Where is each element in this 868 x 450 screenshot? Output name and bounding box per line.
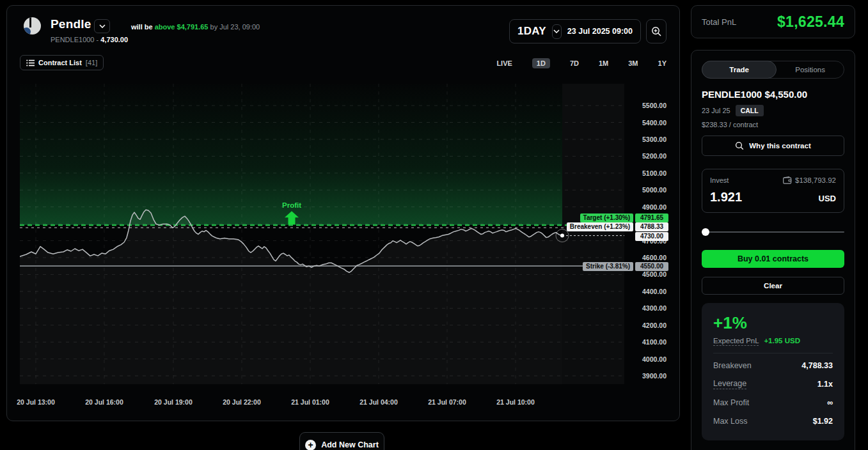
total-pnl-card: Total PnL $1,625.44 [691,5,855,38]
range-tab-7d[interactable]: 7D [570,58,579,68]
expiry-datetime: 23 Jul 2025 09:00 [567,27,633,36]
chevron-down-icon [553,29,560,33]
x-axis-tick: 20 Jul 16:00 [75,398,133,406]
prediction-statement: will be above $4,791.65 by Jul 23, 09:00 [131,23,260,31]
asset-dropdown-button[interactable] [94,19,110,33]
y-axis-tick: 4100.00 [622,338,667,346]
magnifier-plus-icon [651,26,662,37]
stat-row-max-loss: Max Loss$1.92 [713,412,833,430]
stat-row-max-profit: Max Profit∞ [713,393,833,412]
price-label-value: 4730.00 [635,232,668,241]
x-axis-tick: 20 Jul 19:00 [145,398,202,406]
why-this-contract-button[interactable]: Why this contract [702,136,844,156]
invest-currency: USD [819,194,836,203]
y-axis-tick: 4200.00 [622,322,667,329]
prediction-deadline: by Jul 23, 09:00 [210,23,260,31]
trade-card: Trade Positions PENDLE1000 $4,550.00 23 … [691,50,855,450]
contract-count: [41] [86,59,97,66]
asset-logo-dot [24,27,31,35]
asset-logo-slice [29,17,31,27]
buy-button[interactable]: Buy 0.01 contracts [702,250,844,268]
price-label-value: 4788.33 [635,222,668,231]
slider-knob[interactable] [702,228,709,236]
y-axis-tick: 5400.00 [622,119,667,127]
list-icon [26,59,35,66]
y-axis-tick: 4600.00 [622,254,667,261]
stat-rows: Breakeven4,788.33Leverage1.1xMax Profit∞… [713,356,833,430]
price-label-value: 4550.00 [635,262,668,271]
trade-positions-tabs: Trade Positions [702,61,844,79]
contract-premium: $238.33 / contract [702,121,844,128]
asset-name: Pendle [51,17,91,31]
total-pnl-value: $1,625.44 [777,13,844,31]
add-new-chart-button[interactable]: + Add New Chart [299,432,384,450]
stat-row-breakeven: Breakeven4,788.33 [713,356,833,375]
price-label-name: Breakeven (+1.23%) [567,222,633,231]
contract-title: PENDLE1000 $4,550.00 [702,89,844,100]
profit-label: Profit [272,201,311,209]
price-label-row: Strike (-3.81%)4550.00 [583,262,668,271]
x-axis-tick: 21 Jul 01:00 [281,398,339,406]
price-label-row: Breakeven (+1.23%)4788.33 [567,222,668,231]
y-axis-tick: 5000.00 [622,186,667,194]
chart-zoom-button[interactable] [646,19,667,43]
price-label-value: 4791.65 [635,213,668,222]
invest-box[interactable]: Invest $138,793.92 1.921 USD [702,169,844,213]
range-tab-3m[interactable]: 3M [628,58,638,68]
tab-positions[interactable]: Positions [777,61,844,78]
asset-current-price: 4,730.00 [100,36,128,43]
profit-arrow-icon [285,211,299,224]
asset-subtitle: PENDLE1000 - 4,730.00 [51,36,128,43]
invest-amount-input[interactable]: 1.921 [710,190,742,205]
x-axis-tick: 21 Jul 07:00 [418,398,476,406]
y-axis-tick: 4900.00 [622,203,667,211]
x-axis-tick: 20 Jul 22:00 [213,398,271,406]
x-axis-tick: 21 Jul 04:00 [350,398,407,406]
y-axis-tick: 4000.00 [622,355,667,363]
price-chart[interactable]: Profit [20,84,624,384]
price-label-row: Target (+1.30%)4791.65 [580,213,668,222]
range-tab-live[interactable]: LIVE [496,58,512,68]
search-icon [735,141,744,150]
y-axis-tick: 4500.00 [622,270,667,278]
stat-row-leverage: Leverage1.1x [713,375,833,393]
x-axis-tick: 21 Jul 10:00 [487,398,544,406]
expected-pnl-label: Expected PnL [713,337,759,346]
tab-trade[interactable]: Trade [702,61,777,79]
chart-panel: Pendle PENDLE1000 - 4,730.00 will be abo… [6,5,680,421]
y-axis-tick: 5100.00 [622,169,667,177]
price-label-name: Strike (-3.81%) [583,262,633,271]
expected-pct: +1% [713,313,833,333]
wallet-icon [783,176,792,184]
contract-list-button[interactable]: Contract List [41] [20,55,104,70]
contract-expiry: 23 Jul 25 [702,107,730,114]
invest-label: Invest [710,176,729,184]
price-chart-svg [20,84,624,384]
range-tab-1y[interactable]: 1Y [658,58,667,68]
divider [713,353,833,353]
asset-logo [24,17,41,35]
timeframe-dropdown-button[interactable] [552,24,562,39]
prediction-target: above $4,791.65 [155,23,209,31]
chevron-down-icon [99,24,106,28]
price-label-name: Target (+1.30%) [580,213,633,222]
y-axis-tick: 5500.00 [622,102,667,109]
total-pnl-label: Total PnL [702,17,736,27]
timeframe-value: 1DAY [517,25,546,38]
timeframe-selector[interactable]: 1DAY 23 Jul 2025 09:00 [509,19,641,43]
y-axis-tick: 3900.00 [622,372,667,380]
y-axis-tick: 4300.00 [622,304,667,312]
clear-button[interactable]: Clear [702,277,844,295]
invest-slider[interactable] [702,228,844,236]
slider-track[interactable] [702,231,844,233]
plus-icon: + [305,440,316,450]
y-axis-tick: 4400.00 [622,288,667,295]
expected-pnl-value: +1.95 USD [764,337,800,345]
contract-type-badge: CALL [736,105,764,116]
expected-pnl-card: +1% Expected PnL +1.95 USD Breakeven4,78… [702,303,844,440]
range-tab-1d[interactable]: 1D [532,58,550,68]
x-axis-tick: 20 Jul 13:00 [7,398,65,406]
y-axis-tick: 5300.00 [622,136,667,143]
range-tab-1m[interactable]: 1M [599,58,608,68]
price-label-row: 4730.00 [635,232,668,241]
